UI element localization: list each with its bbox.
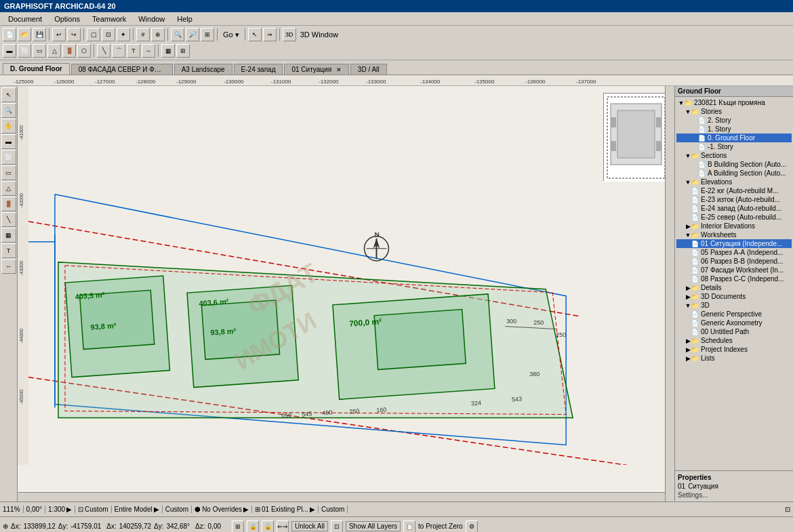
tree-ground-floor[interactable]: 📄 0. Ground Floor bbox=[676, 134, 792, 142]
tree-int-elev[interactable]: ▶ 📁 Interior Elevations bbox=[676, 222, 792, 230]
left-tb-wall[interactable]: ▬ bbox=[1, 134, 16, 149]
tb-select[interactable]: ▢ bbox=[87, 28, 100, 41]
tree-expand-3d[interactable]: ▼ bbox=[685, 302, 691, 309]
tree-e24[interactable]: 📄 E-24 запад (Auto-rebuild... bbox=[676, 204, 792, 213]
tb-door[interactable]: 🚪 bbox=[62, 44, 76, 58]
tree-ws01[interactable]: 📄 01 Ситуация (Independe... bbox=[676, 239, 792, 248]
tree-perspective[interactable]: 📄 Generic Perspective bbox=[676, 310, 792, 319]
tb-marquee[interactable]: ⊡ bbox=[102, 28, 115, 41]
left-tb-pan[interactable]: ✋ bbox=[1, 119, 16, 134]
canvas-area[interactable]: -41000 -42000 -43000 -44000 -45000 bbox=[18, 86, 674, 502]
tab-fasada[interactable]: 08 ФАСАДА СЕВЕР И ФАСАДА ЮП bbox=[71, 64, 173, 75]
tree-elevations[interactable]: ▼ 📁 Elevations bbox=[676, 178, 792, 186]
tb-zoom-out[interactable]: 🔎 bbox=[186, 28, 199, 41]
tab-e24[interactable]: E-24 запад bbox=[234, 64, 283, 75]
tb-column[interactable]: ⬜ bbox=[18, 44, 31, 58]
tree-2story[interactable]: 📄 2. Story bbox=[676, 116, 792, 125]
tree-proj-indexes[interactable]: ▶ 📁 Project Indexes bbox=[676, 345, 792, 354]
left-tb-zoom[interactable]: 🔍 bbox=[1, 103, 16, 118]
props-settings[interactable]: Settings... bbox=[678, 491, 790, 499]
tb-redo[interactable]: ↪ bbox=[67, 28, 81, 41]
left-tb-column[interactable]: ⬜ bbox=[1, 150, 16, 165]
menu-window[interactable]: Window bbox=[133, 14, 170, 24]
project-tree[interactable]: ▼ 📁 230821 Къщи промяна ▼ 📁 Stories 📄 2.… bbox=[675, 97, 793, 470]
left-tb-select[interactable]: ↖ bbox=[1, 87, 16, 102]
tb-lock[interactable]: 🔒 bbox=[247, 520, 259, 533]
tb-window[interactable]: ⬡ bbox=[77, 44, 91, 58]
tree-3ddocs[interactable]: ▶ 📁 3D Documents bbox=[676, 292, 792, 301]
tb-text[interactable]: T bbox=[127, 44, 140, 58]
tb-3d[interactable]: 3D bbox=[283, 28, 296, 41]
tree-expand-sched[interactable]: ▶ bbox=[685, 337, 691, 344]
left-tb-line[interactable]: ╲ bbox=[1, 212, 16, 227]
tb-roof[interactable]: △ bbox=[47, 44, 61, 58]
tb-slab[interactable]: ▭ bbox=[33, 44, 46, 58]
tb-fill[interactable]: ▦ bbox=[161, 44, 175, 58]
tree-expand-elev[interactable]: ▼ bbox=[685, 179, 691, 186]
left-tb-door[interactable]: 🚪 bbox=[1, 197, 16, 211]
show-all-layers-btn[interactable]: Show All Layers bbox=[346, 521, 401, 531]
menu-options[interactable]: Options bbox=[49, 14, 85, 24]
tb-unlock[interactable]: 🔓 bbox=[262, 520, 274, 533]
tb-mesh[interactable]: ⊞ bbox=[176, 44, 190, 58]
tree-expand-det[interactable]: ▶ bbox=[685, 285, 691, 291]
tree-lists[interactable]: ▶ 📁 Lists bbox=[676, 354, 792, 363]
menu-help[interactable]: Help bbox=[171, 14, 198, 24]
left-tb-text[interactable]: T bbox=[1, 243, 16, 258]
tree-ws06[interactable]: 📄 06 Разрез В-В (Independ... bbox=[676, 257, 792, 266]
tree-expand-ie[interactable]: ▶ bbox=[685, 223, 691, 230]
tree-secA[interactable]: 📄 A Building Section (Auto... bbox=[676, 169, 792, 178]
tb-new[interactable]: 📄 bbox=[3, 28, 16, 41]
tree-stories[interactable]: ▼ 📁 Stories bbox=[676, 107, 792, 116]
tab-close-situation[interactable]: ✕ bbox=[336, 66, 342, 73]
left-tb-roof[interactable]: △ bbox=[1, 181, 16, 196]
tb-undo[interactable]: ↩ bbox=[52, 28, 66, 41]
tb-dim[interactable]: ↔ bbox=[142, 44, 155, 58]
left-tb-dim[interactable]: ↔ bbox=[1, 259, 16, 274]
tree-sections[interactable]: ▼ 📁 Sections bbox=[676, 151, 792, 160]
tree-expand-lists[interactable]: ▶ bbox=[685, 355, 691, 362]
tab-landscape[interactable]: А3 Landscape bbox=[174, 64, 232, 75]
tree-ws08[interactable]: 📄 08 Разрез С-С (Independ... bbox=[676, 274, 792, 283]
tb-snap[interactable]: ⊕ bbox=[151, 28, 165, 41]
tb-zoom-in[interactable]: 🔍 bbox=[171, 28, 184, 41]
tab-ground-floor[interactable]: D. Ground Floor bbox=[3, 63, 70, 75]
tree-worksheets[interactable]: ▼ 📁 Worksheets bbox=[676, 230, 792, 239]
tree-untitled-path[interactable]: 📄 00 Untitled Path bbox=[676, 327, 792, 336]
menu-teamwork[interactable]: Teamwork bbox=[87, 14, 131, 24]
tree-schedules[interactable]: ▶ 📁 Schedules bbox=[676, 336, 792, 345]
tree-ws05[interactable]: 📄 05 Разрез А-А (Independ... bbox=[676, 248, 792, 257]
tree-details[interactable]: ▶ 📁 Details bbox=[676, 283, 792, 292]
tb-arrow[interactable]: ⇒ bbox=[263, 28, 277, 41]
tb-arc[interactable]: ⌒ bbox=[112, 44, 125, 58]
tb-fit[interactable]: ⊞ bbox=[201, 28, 214, 41]
tree-axonometry[interactable]: 📄 Generic Axonometry bbox=[676, 319, 792, 327]
tree-expand-3dd[interactable]: ▶ bbox=[685, 293, 691, 300]
unlock-all-btn[interactable]: Unlock All bbox=[291, 521, 328, 531]
tree-expand-pi[interactable]: ▶ bbox=[685, 346, 691, 353]
tb-grid[interactable]: # bbox=[136, 28, 150, 41]
tb-layers-icon[interactable]: ⊡ bbox=[331, 520, 343, 533]
tb-open[interactable]: 📂 bbox=[18, 28, 31, 41]
scrollbar-horizontal[interactable] bbox=[18, 492, 665, 502]
tb-settings-icon[interactable]: ⚙ bbox=[466, 520, 478, 533]
tree-expand-sec[interactable]: ▼ bbox=[685, 152, 691, 159]
tree-secB[interactable]: 📄 B Building Section (Auto... bbox=[676, 160, 792, 169]
tb-project-icon[interactable]: 📋 bbox=[403, 520, 415, 533]
tb-wall[interactable]: ▬ bbox=[3, 44, 16, 58]
tree-ws07[interactable]: 📄 07 Фасади Worksheet (In... bbox=[676, 266, 792, 274]
left-tb-slab[interactable]: ▭ bbox=[1, 165, 16, 180]
tree-minus1story[interactable]: 📄 -1. Story bbox=[676, 142, 792, 151]
tab-3d[interactable]: 3D / All bbox=[350, 64, 387, 75]
tb-save[interactable]: 💾 bbox=[33, 28, 46, 41]
tree-1story[interactable]: 📄 1. Story bbox=[676, 125, 792, 134]
scrollbar-vertical[interactable] bbox=[665, 86, 674, 502]
tab-situation[interactable]: 01 Ситуация ✕ bbox=[284, 64, 348, 75]
tree-expand-ws[interactable]: ▼ bbox=[685, 232, 691, 239]
tb-groups[interactable]: ⊞ bbox=[232, 520, 244, 533]
tree-expand-stories[interactable]: ▼ bbox=[685, 108, 691, 115]
tree-e23[interactable]: 📄 E-23 изток (Auto-rebuild... bbox=[676, 195, 792, 204]
tree-expand-root[interactable]: ▼ bbox=[678, 100, 685, 106]
menu-document[interactable]: Document bbox=[3, 14, 47, 24]
tb-line[interactable]: ╲ bbox=[97, 44, 110, 58]
